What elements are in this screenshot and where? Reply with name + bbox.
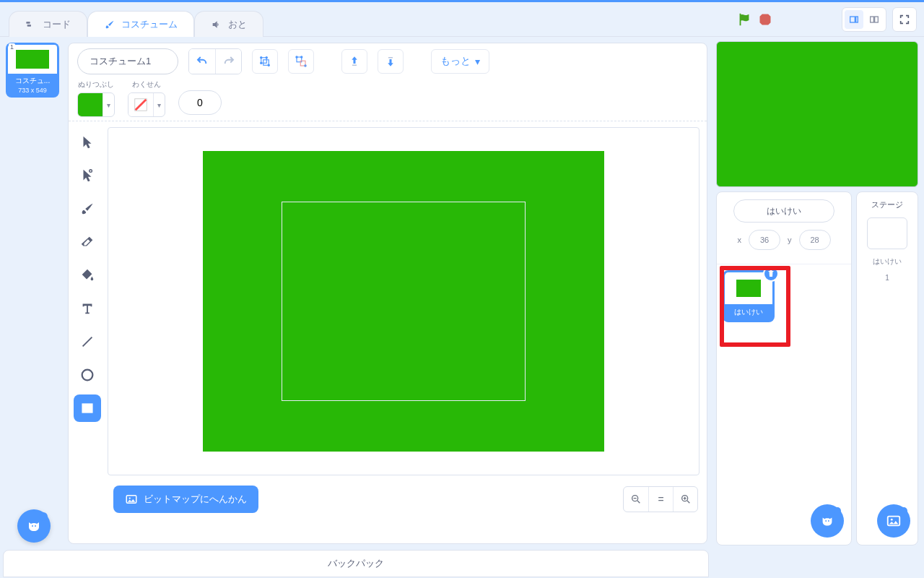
- svg-rect-5: [871, 17, 874, 22]
- x-label: x: [738, 236, 742, 244]
- svg-point-9: [261, 57, 262, 59]
- costume-name-input[interactable]: [77, 48, 178, 74]
- chevron-down-icon: ▾: [153, 93, 165, 116]
- svg-line-29: [637, 501, 640, 503]
- selection-rectangle[interactable]: [282, 202, 526, 401]
- svg-rect-18: [352, 65, 357, 66]
- cat-icon: [819, 513, 835, 529]
- text-tool[interactable]: [74, 295, 101, 322]
- stage-large-button[interactable]: [865, 10, 884, 29]
- redo-button[interactable]: [215, 49, 241, 74]
- add-costume-button[interactable]: [17, 509, 51, 543]
- svg-rect-25: [83, 405, 92, 413]
- line-tool[interactable]: [74, 328, 101, 355]
- x-value[interactable]: 36: [749, 230, 780, 250]
- sound-icon: [211, 19, 222, 30]
- sprite-item[interactable]: はいけい: [723, 270, 775, 322]
- green-flag-icon[interactable]: [736, 12, 752, 27]
- stage-preview[interactable]: [716, 41, 918, 187]
- green-rectangle[interactable]: [203, 151, 604, 452]
- rectangle-tool[interactable]: [74, 394, 101, 422]
- outline-color-button[interactable]: ▾: [128, 92, 165, 117]
- svg-point-36: [891, 519, 893, 521]
- brush-tool[interactable]: [74, 195, 101, 223]
- y-label: y: [788, 236, 792, 244]
- brush-icon: [104, 19, 116, 30]
- thumbnail-preview: [15, 49, 50, 69]
- zoom-in-button[interactable]: [673, 487, 697, 512]
- backward-button[interactable]: [378, 49, 404, 74]
- svg-rect-6: [875, 17, 879, 22]
- fill-label: ぬりつぶし: [78, 79, 114, 90]
- reshape-tool[interactable]: [74, 162, 101, 189]
- costume-thumbnail[interactable]: 1 コスチュ... 733 x 549: [6, 43, 59, 98]
- tab-costumes[interactable]: コスチューム: [87, 11, 194, 37]
- sprite-preview: [736, 279, 762, 298]
- tab-bar: コード コスチューム おと: [0, 2, 715, 36]
- svg-line-32: [687, 501, 689, 503]
- zoom-reset-button[interactable]: =: [648, 487, 673, 512]
- stage-caption: はいけい: [873, 256, 902, 267]
- outline-label: わくせん: [132, 79, 161, 90]
- ungroup-button[interactable]: [288, 49, 314, 74]
- fill-color-button[interactable]: ▾: [77, 92, 115, 117]
- no-outline-swatch: [128, 93, 153, 116]
- svg-point-27: [129, 497, 131, 499]
- svg-point-16: [301, 56, 302, 58]
- tab-costumes-label: コスチューム: [121, 18, 178, 31]
- svg-line-23: [83, 337, 92, 347]
- stop-icon[interactable]: [758, 12, 772, 27]
- svg-point-10: [266, 57, 267, 59]
- svg-point-15: [296, 56, 297, 58]
- svg-rect-19: [388, 57, 393, 59]
- fullscreen-button[interactable]: [895, 10, 914, 29]
- chevron-down-icon: ▾: [475, 56, 480, 67]
- svg-rect-3: [850, 17, 855, 22]
- tab-sounds[interactable]: おと: [194, 11, 263, 37]
- costume-thumb-size: 733 x 549: [8, 86, 57, 95]
- eraser-tool[interactable]: [74, 228, 101, 256]
- cat-icon: [25, 517, 43, 535]
- svg-point-11: [261, 62, 262, 64]
- svg-rect-0: [26, 22, 30, 24]
- svg-point-24: [82, 370, 93, 381]
- trash-icon: [767, 269, 775, 278]
- chevron-down-icon: ▾: [103, 93, 114, 116]
- outline-width-input[interactable]: [178, 90, 222, 115]
- y-value[interactable]: 28: [799, 230, 831, 250]
- stage-panel: ステージ はいけい 1: [856, 191, 918, 545]
- stage-count: 1: [885, 274, 889, 282]
- paint-canvas[interactable]: [108, 127, 699, 475]
- tool-column: [69, 121, 106, 481]
- tab-code-label: コード: [43, 18, 71, 31]
- add-sprite-button[interactable]: [811, 504, 844, 538]
- image-icon: [886, 513, 902, 529]
- delete-sprite-button[interactable]: [763, 266, 779, 282]
- code-icon: [25, 19, 37, 30]
- group-button[interactable]: [252, 49, 278, 74]
- costume-number: 1: [9, 43, 15, 51]
- costume-thumb-label: コスチュ...: [8, 74, 57, 86]
- stage-small-button[interactable]: [845, 10, 863, 29]
- convert-bitmap-button[interactable]: ビットマップにへんかん: [113, 486, 258, 513]
- sprite-item-label: はいけい: [725, 304, 772, 320]
- svg-point-17: [305, 65, 306, 66]
- forward-button[interactable]: [341, 49, 367, 74]
- stage-thumbnail[interactable]: [867, 217, 907, 249]
- select-tool[interactable]: [74, 129, 101, 156]
- tab-sounds-label: おと: [228, 18, 247, 31]
- backpack-bar[interactable]: バックパック: [3, 550, 709, 577]
- image-icon: [125, 493, 138, 506]
- svg-point-12: [268, 64, 269, 66]
- tab-code[interactable]: コード: [9, 11, 87, 37]
- svg-marker-2: [760, 14, 771, 25]
- more-button[interactable]: もっと▾: [431, 49, 489, 74]
- fill-tool[interactable]: [74, 262, 101, 289]
- svg-point-22: [90, 170, 92, 173]
- undo-button[interactable]: [189, 49, 215, 74]
- sprite-name-input[interactable]: はいけい: [733, 199, 834, 223]
- zoom-out-button[interactable]: [624, 487, 648, 512]
- add-backdrop-button[interactable]: [877, 504, 910, 538]
- stage-title: ステージ: [871, 199, 903, 210]
- circle-tool[interactable]: [74, 361, 101, 389]
